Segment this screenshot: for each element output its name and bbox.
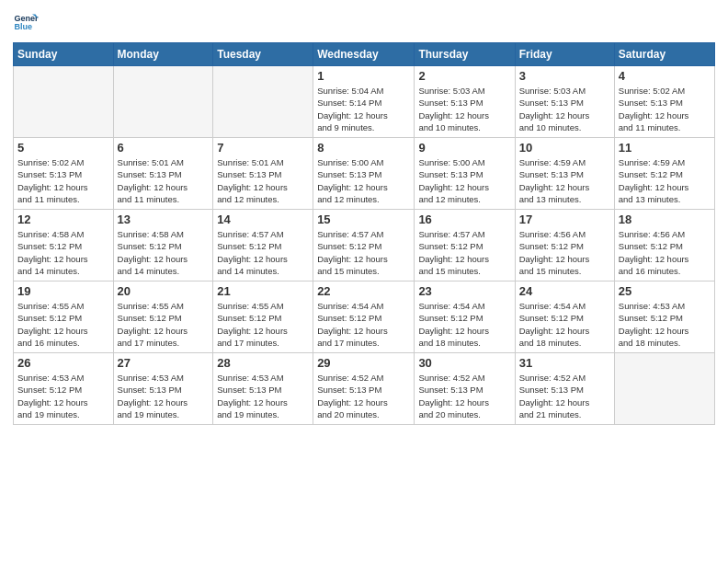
day-number: 11 bbox=[619, 141, 711, 155]
day-info: Sunrise: 4:53 AM Sunset: 5:12 PM Dayligh… bbox=[17, 372, 109, 420]
day-info: Sunrise: 5:02 AM Sunset: 5:13 PM Dayligh… bbox=[17, 156, 109, 205]
day-cell: 2Sunrise: 5:03 AM Sunset: 5:13 PM Daylig… bbox=[415, 66, 515, 138]
day-number: 26 bbox=[17, 356, 109, 370]
day-info: Sunrise: 4:56 AM Sunset: 5:12 PM Dayligh… bbox=[619, 228, 711, 277]
day-cell: 29Sunrise: 4:52 AM Sunset: 5:13 PM Dayli… bbox=[313, 353, 415, 425]
day-cell: 22Sunrise: 4:54 AM Sunset: 5:12 PM Dayli… bbox=[313, 282, 415, 353]
day-cell: 11Sunrise: 4:59 AM Sunset: 5:12 PM Dayli… bbox=[614, 138, 714, 210]
day-info: Sunrise: 4:55 AM Sunset: 5:12 PM Dayligh… bbox=[217, 300, 309, 349]
day-cell: 8Sunrise: 5:00 AM Sunset: 5:13 PM Daylig… bbox=[313, 138, 415, 210]
day-number: 17 bbox=[519, 213, 610, 226]
day-cell bbox=[614, 353, 714, 425]
day-number: 29 bbox=[317, 356, 410, 370]
day-cell: 7Sunrise: 5:01 AM Sunset: 5:13 PM Daylig… bbox=[213, 138, 313, 210]
day-number: 4 bbox=[619, 69, 711, 83]
day-cell: 9Sunrise: 5:00 AM Sunset: 5:13 PM Daylig… bbox=[415, 138, 515, 210]
day-info: Sunrise: 4:56 AM Sunset: 5:12 PM Dayligh… bbox=[519, 228, 610, 277]
day-number: 14 bbox=[217, 213, 309, 226]
day-number: 9 bbox=[418, 141, 510, 155]
logo: General Blue bbox=[13, 9, 39, 35]
day-number: 16 bbox=[418, 213, 510, 226]
day-cell: 25Sunrise: 4:53 AM Sunset: 5:12 PM Dayli… bbox=[614, 282, 714, 353]
day-info: Sunrise: 5:03 AM Sunset: 5:13 PM Dayligh… bbox=[519, 85, 610, 133]
day-cell: 27Sunrise: 4:53 AM Sunset: 5:13 PM Dayli… bbox=[113, 353, 213, 425]
day-cell: 23Sunrise: 4:54 AM Sunset: 5:12 PM Dayli… bbox=[415, 282, 515, 353]
logo-icon: General Blue bbox=[13, 9, 39, 35]
page: General Blue SundayMondayTuesdayWednesda… bbox=[0, 0, 728, 563]
day-cell bbox=[113, 66, 213, 138]
day-cell: 30Sunrise: 4:52 AM Sunset: 5:13 PM Dayli… bbox=[415, 353, 515, 425]
day-header-friday: Friday bbox=[515, 43, 614, 66]
day-number: 13 bbox=[118, 213, 210, 226]
day-info: Sunrise: 5:01 AM Sunset: 5:13 PM Dayligh… bbox=[217, 156, 309, 205]
day-info: Sunrise: 4:53 AM Sunset: 5:13 PM Dayligh… bbox=[217, 372, 309, 420]
day-number: 12 bbox=[17, 213, 109, 226]
day-number: 24 bbox=[519, 284, 610, 298]
day-cell: 6Sunrise: 5:01 AM Sunset: 5:13 PM Daylig… bbox=[113, 138, 213, 210]
day-info: Sunrise: 4:54 AM Sunset: 5:12 PM Dayligh… bbox=[418, 300, 510, 349]
day-info: Sunrise: 4:52 AM Sunset: 5:13 PM Dayligh… bbox=[418, 372, 510, 420]
day-cell: 31Sunrise: 4:52 AM Sunset: 5:13 PM Dayli… bbox=[515, 353, 614, 425]
day-number: 27 bbox=[118, 356, 210, 370]
day-cell: 24Sunrise: 4:54 AM Sunset: 5:12 PM Dayli… bbox=[515, 282, 614, 353]
day-cell bbox=[213, 66, 313, 138]
day-info: Sunrise: 4:52 AM Sunset: 5:13 PM Dayligh… bbox=[519, 372, 610, 420]
day-info: Sunrise: 4:57 AM Sunset: 5:12 PM Dayligh… bbox=[418, 228, 510, 277]
day-cell: 21Sunrise: 4:55 AM Sunset: 5:12 PM Dayli… bbox=[213, 282, 313, 353]
day-number: 10 bbox=[519, 141, 610, 155]
day-info: Sunrise: 5:00 AM Sunset: 5:13 PM Dayligh… bbox=[418, 156, 510, 205]
day-info: Sunrise: 5:00 AM Sunset: 5:13 PM Dayligh… bbox=[317, 156, 410, 205]
day-number: 21 bbox=[217, 284, 309, 298]
day-cell: 16Sunrise: 4:57 AM Sunset: 5:12 PM Dayli… bbox=[415, 210, 515, 282]
day-number: 3 bbox=[519, 69, 610, 83]
day-cell: 1Sunrise: 5:04 AM Sunset: 5:14 PM Daylig… bbox=[313, 66, 415, 138]
day-number: 20 bbox=[118, 284, 210, 298]
day-info: Sunrise: 5:02 AM Sunset: 5:13 PM Dayligh… bbox=[619, 85, 711, 133]
calendar: SundayMondayTuesdayWednesdayThursdayFrid… bbox=[13, 42, 715, 425]
day-info: Sunrise: 5:03 AM Sunset: 5:13 PM Dayligh… bbox=[418, 85, 510, 133]
week-row: 19Sunrise: 4:55 AM Sunset: 5:12 PM Dayli… bbox=[14, 282, 715, 353]
day-info: Sunrise: 4:54 AM Sunset: 5:12 PM Dayligh… bbox=[519, 300, 610, 349]
day-number: 2 bbox=[418, 69, 510, 83]
day-cell: 13Sunrise: 4:58 AM Sunset: 5:12 PM Dayli… bbox=[113, 210, 213, 282]
week-row: 26Sunrise: 4:53 AM Sunset: 5:12 PM Dayli… bbox=[14, 353, 715, 425]
day-info: Sunrise: 4:57 AM Sunset: 5:12 PM Dayligh… bbox=[217, 228, 309, 277]
day-info: Sunrise: 4:54 AM Sunset: 5:12 PM Dayligh… bbox=[317, 300, 410, 349]
day-number: 5 bbox=[17, 141, 109, 155]
day-cell: 5Sunrise: 5:02 AM Sunset: 5:13 PM Daylig… bbox=[14, 138, 114, 210]
day-info: Sunrise: 4:59 AM Sunset: 5:13 PM Dayligh… bbox=[519, 156, 610, 205]
day-cell: 20Sunrise: 4:55 AM Sunset: 5:12 PM Dayli… bbox=[113, 282, 213, 353]
day-header-saturday: Saturday bbox=[614, 43, 714, 66]
day-number: 23 bbox=[418, 284, 510, 298]
day-number: 22 bbox=[317, 284, 410, 298]
day-cell: 14Sunrise: 4:57 AM Sunset: 5:12 PM Dayli… bbox=[213, 210, 313, 282]
day-cell: 19Sunrise: 4:55 AM Sunset: 5:12 PM Dayli… bbox=[14, 282, 114, 353]
day-cell: 17Sunrise: 4:56 AM Sunset: 5:12 PM Dayli… bbox=[515, 210, 614, 282]
day-info: Sunrise: 4:55 AM Sunset: 5:12 PM Dayligh… bbox=[118, 300, 210, 349]
week-row: 12Sunrise: 4:58 AM Sunset: 5:12 PM Dayli… bbox=[14, 210, 715, 282]
day-number: 15 bbox=[317, 213, 410, 226]
day-info: Sunrise: 5:04 AM Sunset: 5:14 PM Dayligh… bbox=[317, 85, 410, 133]
day-header-wednesday: Wednesday bbox=[313, 43, 415, 66]
day-cell: 28Sunrise: 4:53 AM Sunset: 5:13 PM Dayli… bbox=[213, 353, 313, 425]
day-number: 25 bbox=[619, 284, 711, 298]
day-cell: 4Sunrise: 5:02 AM Sunset: 5:13 PM Daylig… bbox=[614, 66, 714, 138]
day-info: Sunrise: 4:57 AM Sunset: 5:12 PM Dayligh… bbox=[317, 228, 410, 277]
day-info: Sunrise: 4:55 AM Sunset: 5:12 PM Dayligh… bbox=[17, 300, 109, 349]
day-header-sunday: Sunday bbox=[14, 43, 114, 66]
day-info: Sunrise: 4:58 AM Sunset: 5:12 PM Dayligh… bbox=[118, 228, 210, 277]
header: General Blue bbox=[13, 9, 715, 35]
day-number: 6 bbox=[118, 141, 210, 155]
week-row: 5Sunrise: 5:02 AM Sunset: 5:13 PM Daylig… bbox=[14, 138, 715, 210]
day-info: Sunrise: 4:52 AM Sunset: 5:13 PM Dayligh… bbox=[317, 372, 410, 420]
day-cell: 3Sunrise: 5:03 AM Sunset: 5:13 PM Daylig… bbox=[515, 66, 614, 138]
day-info: Sunrise: 4:58 AM Sunset: 5:12 PM Dayligh… bbox=[17, 228, 109, 277]
day-info: Sunrise: 4:53 AM Sunset: 5:13 PM Dayligh… bbox=[118, 372, 210, 420]
day-cell: 26Sunrise: 4:53 AM Sunset: 5:12 PM Dayli… bbox=[14, 353, 114, 425]
day-number: 18 bbox=[619, 213, 711, 226]
day-cell: 12Sunrise: 4:58 AM Sunset: 5:12 PM Dayli… bbox=[14, 210, 114, 282]
week-row: 1Sunrise: 5:04 AM Sunset: 5:14 PM Daylig… bbox=[14, 66, 715, 138]
svg-text:Blue: Blue bbox=[14, 22, 32, 31]
day-cell: 10Sunrise: 4:59 AM Sunset: 5:13 PM Dayli… bbox=[515, 138, 614, 210]
day-number: 19 bbox=[17, 284, 109, 298]
